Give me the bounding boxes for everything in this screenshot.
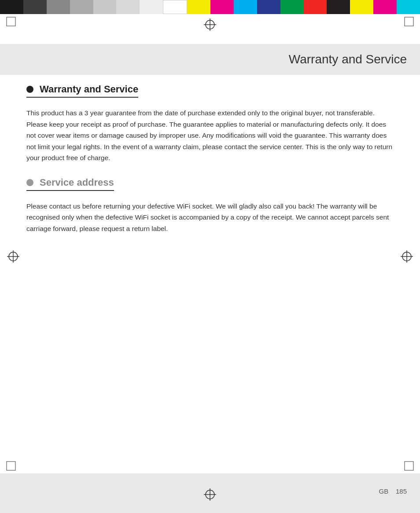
swatch-green xyxy=(280,0,304,14)
swatch-red xyxy=(304,0,327,14)
main-content: Warranty and Service This product has a … xyxy=(26,84,394,460)
swatch-6 xyxy=(116,0,140,14)
swatch-1 xyxy=(0,0,23,14)
svg-rect-4 xyxy=(405,17,413,26)
footer-country: GB xyxy=(379,487,389,495)
header-title: Warranty and Service xyxy=(289,52,407,66)
swatch-pink xyxy=(373,0,397,14)
top-crosshair xyxy=(204,18,216,31)
section1-body: This product has a 3 year guarantee from… xyxy=(26,107,394,164)
swatch-2 xyxy=(23,0,47,14)
section2-heading: Service address xyxy=(26,177,114,191)
section1-heading-text: Warranty and Service xyxy=(40,84,138,95)
section2-bullet xyxy=(26,179,33,186)
color-bar xyxy=(0,0,420,14)
corner-mark-tl xyxy=(6,17,16,26)
bottom-crosshair xyxy=(204,488,216,501)
swatch-blue xyxy=(257,0,280,14)
section1-bullet xyxy=(26,86,33,93)
swatch-dark xyxy=(327,0,350,14)
swatch-5 xyxy=(93,0,117,14)
svg-rect-15 xyxy=(405,462,413,470)
footer-page-info: GB 185 xyxy=(379,487,407,495)
section2-heading-text: Service address xyxy=(40,177,114,188)
corner-mark-tr xyxy=(404,17,414,26)
swatch-lightblue xyxy=(397,0,420,14)
svg-rect-14 xyxy=(7,462,15,470)
left-crosshair xyxy=(7,250,19,263)
swatch-yellow2 xyxy=(350,0,373,14)
header-band: Warranty and Service xyxy=(0,44,420,75)
right-crosshair xyxy=(401,250,413,263)
section2-body: Please contact us before returning your … xyxy=(26,201,394,235)
swatch-yellow xyxy=(187,0,210,14)
corner-mark-bl xyxy=(6,461,16,471)
swatch-magenta xyxy=(210,0,234,14)
swatch-cyan xyxy=(234,0,257,14)
section1-heading: Warranty and Service xyxy=(26,84,138,98)
footer-page-number: 185 xyxy=(396,487,407,495)
swatch-4 xyxy=(70,0,93,14)
section2: Service address Please contact us before… xyxy=(26,177,394,235)
swatch-7 xyxy=(140,0,163,14)
swatch-3 xyxy=(47,0,70,14)
swatch-8 xyxy=(163,0,187,14)
corner-mark-br xyxy=(404,461,414,471)
svg-rect-3 xyxy=(7,17,15,26)
